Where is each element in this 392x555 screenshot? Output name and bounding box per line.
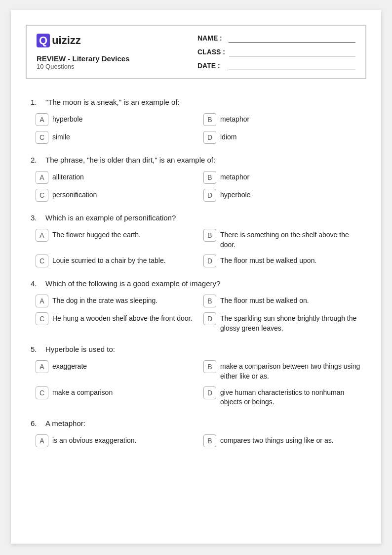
name-label: NAME : xyxy=(197,34,225,42)
option-1-C[interactable]: C simile xyxy=(36,131,194,144)
options-grid-2: A alliteration B metaphor C personificat… xyxy=(36,171,361,202)
option-letter: D xyxy=(203,255,216,267)
question-2-text: 2.The phrase, "he is older than dirt," i… xyxy=(31,156,361,164)
option-letter: A xyxy=(36,434,48,447)
option-letter: D xyxy=(203,131,216,144)
option-letter: B xyxy=(203,434,216,447)
option-text: The flower hugged the earth. xyxy=(52,229,141,240)
option-text: There is something on the shelf above th… xyxy=(220,229,361,250)
name-line xyxy=(229,34,355,43)
logo-rest: uizizz xyxy=(52,34,81,47)
option-5-A[interactable]: A exaggerate xyxy=(36,360,194,381)
options-grid-5: A exaggerate B make a comparison between… xyxy=(36,360,361,407)
option-letter: B xyxy=(203,171,216,184)
option-2-B[interactable]: B metaphor xyxy=(203,171,361,184)
option-text: alliteration xyxy=(52,171,84,182)
option-letter: B xyxy=(203,360,216,373)
question-2: 2.The phrase, "he is older than dirt," i… xyxy=(31,156,361,202)
logo: Quizizz xyxy=(37,34,129,47)
option-4-C[interactable]: C He hung a wooden shelf above the front… xyxy=(36,312,194,333)
option-letter: C xyxy=(36,386,48,399)
option-letter: D xyxy=(203,312,216,325)
option-text: Louie scurried to a chair by the table. xyxy=(52,255,166,266)
option-5-C[interactable]: C make a comparison xyxy=(36,386,194,407)
question-number: 6. xyxy=(31,419,41,427)
option-letter: A xyxy=(36,171,48,184)
option-text: make a comparison xyxy=(52,386,113,398)
option-4-A[interactable]: A The dog in the crate was sleeping. xyxy=(36,295,194,307)
question-number: 5. xyxy=(31,345,41,353)
question-6-text: 6.A metaphor: xyxy=(31,419,361,427)
page: Quizizz REVIEW - Literary Devices 10 Que… xyxy=(11,10,381,544)
logo-q: Q xyxy=(37,34,50,47)
option-text: metaphor xyxy=(220,171,249,182)
option-text: give human characteristics to nonhuman o… xyxy=(220,386,361,407)
option-letter: B xyxy=(203,229,216,242)
name-field: NAME : xyxy=(197,34,355,43)
review-subtitle: 10 Questions xyxy=(37,63,129,70)
option-3-D[interactable]: D The floor must be walked upon. xyxy=(203,255,361,267)
question-number: 2. xyxy=(31,156,41,164)
option-1-A[interactable]: A hyperbole xyxy=(36,113,194,126)
option-letter: B xyxy=(203,113,216,126)
date-label: DATE : xyxy=(197,62,225,70)
option-letter: D xyxy=(203,386,216,399)
question-4: 4.Which of the following is a good examp… xyxy=(31,279,361,333)
option-text: The floor must be walked on. xyxy=(220,295,309,306)
question-4-text: 4.Which of the following is a good examp… xyxy=(31,279,361,288)
option-letter: C xyxy=(36,189,48,202)
question-1: 1."The moon is a sneak," is an example o… xyxy=(31,98,361,144)
option-5-B[interactable]: B make a comparison between two things u… xyxy=(203,360,361,381)
option-text: The dog in the crate was sleeping. xyxy=(52,295,157,306)
option-letter: C xyxy=(36,312,48,325)
option-3-A[interactable]: A The flower hugged the earth. xyxy=(36,229,194,250)
question-5-text: 5.Hyperbole is used to: xyxy=(31,345,361,353)
option-text: The sparkling sun shone brightly through… xyxy=(220,312,361,333)
option-letter: A xyxy=(36,229,48,242)
option-letter: D xyxy=(203,189,216,202)
question-3: 3.Which is an example of personification… xyxy=(31,213,361,267)
option-5-D[interactable]: D give human characteristics to nonhuman… xyxy=(203,386,361,407)
class-line xyxy=(229,47,355,56)
option-3-B[interactable]: B There is something on the shelf above … xyxy=(203,229,361,250)
option-2-C[interactable]: C personification xyxy=(36,189,194,202)
option-3-C[interactable]: C Louie scurried to a chair by the table… xyxy=(36,255,194,267)
option-text: simile xyxy=(52,131,70,142)
header: Quizizz REVIEW - Literary Devices 10 Que… xyxy=(26,25,366,79)
option-text: idiom xyxy=(220,131,236,142)
option-4-B[interactable]: B The floor must be walked on. xyxy=(203,295,361,307)
option-text: hyperbole xyxy=(220,189,251,200)
option-text: exaggerate xyxy=(52,360,87,372)
content: 1."The moon is a sneak," is an example o… xyxy=(11,84,381,474)
option-letter: C xyxy=(36,255,48,267)
header-left: Quizizz REVIEW - Literary Devices 10 Que… xyxy=(37,34,129,70)
question-6: 6.A metaphor: A is an obvious exaggerati… xyxy=(31,419,361,447)
option-text: compares two things using like or as. xyxy=(220,434,334,446)
option-1-B[interactable]: B metaphor xyxy=(203,113,361,126)
option-letter: B xyxy=(203,295,216,307)
option-2-A[interactable]: A alliteration xyxy=(36,171,194,184)
option-6-B[interactable]: B compares two things using like or as. xyxy=(203,434,361,447)
option-2-D[interactable]: D hyperbole xyxy=(203,189,361,202)
class-label: CLASS : xyxy=(197,48,225,56)
option-6-A[interactable]: A is an obvious exaggeration. xyxy=(36,434,194,447)
options-grid-4: A The dog in the crate was sleeping. B T… xyxy=(36,295,361,333)
option-letter: A xyxy=(36,295,48,307)
question-number: 4. xyxy=(31,279,41,288)
option-text: hyperbole xyxy=(52,113,83,125)
date-field: DATE : xyxy=(197,61,355,70)
options-grid-6: A is an obvious exaggeration. B compares… xyxy=(36,434,361,447)
option-text: make a comparison between two things usi… xyxy=(220,360,361,381)
option-text: is an obvious exaggeration. xyxy=(52,434,136,446)
option-1-D[interactable]: D idiom xyxy=(203,131,361,144)
question-number: 3. xyxy=(31,213,41,222)
header-right: NAME : CLASS : DATE : xyxy=(197,34,355,70)
options-grid-3: A The flower hugged the earth. B There i… xyxy=(36,229,361,267)
option-letter: C xyxy=(36,131,48,144)
options-grid-1: A hyperbole B metaphor C simile D idiom xyxy=(36,113,361,144)
option-4-D[interactable]: D The sparkling sun shone brightly throu… xyxy=(203,312,361,333)
question-3-text: 3.Which is an example of personification… xyxy=(31,213,361,222)
option-text: metaphor xyxy=(220,113,249,125)
class-field: CLASS : xyxy=(197,47,355,56)
question-number: 1. xyxy=(31,98,41,106)
